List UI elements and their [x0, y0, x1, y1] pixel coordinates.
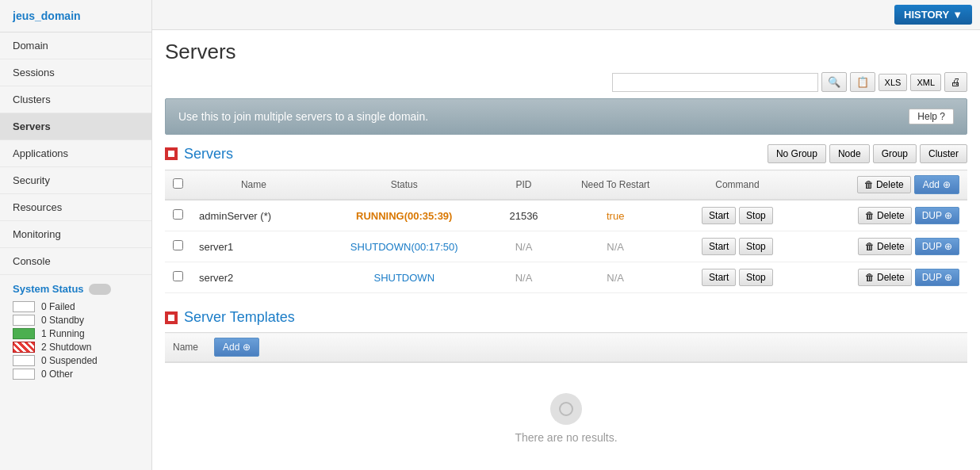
sidebar-item-security[interactable]: Security [0, 167, 151, 194]
history-button[interactable]: HISTORY ▼ [894, 5, 972, 25]
dup-icon-2: ⊕ [944, 272, 952, 283]
sidebar-item-resources[interactable]: Resources [0, 194, 151, 221]
table-row: adminServer (*) RUNNING(00:35:39) 21536 … [165, 200, 967, 231]
status-row-suspended: 0 Suspended [13, 355, 139, 366]
template-col-name: Name [165, 333, 206, 363]
stop-button-0[interactable]: Stop [739, 207, 773, 224]
server-status-0: RUNNING(00:35:39) [316, 200, 492, 231]
add-template-button[interactable]: Add ⊕ [214, 338, 259, 357]
dup-button-2[interactable]: DUP ⊕ [915, 269, 959, 286]
running-indicator [13, 328, 35, 339]
dup-button-1[interactable]: DUP ⊕ [915, 238, 959, 255]
start-button-2[interactable]: Start [702, 269, 736, 286]
status-row-running: 1 Running [13, 328, 139, 339]
dup-icon-1: ⊕ [944, 241, 952, 252]
sidebar-item-applications[interactable]: Applications [0, 140, 151, 167]
app-title[interactable]: jeus_domain [0, 0, 151, 32]
status-row-failed: 0 Failed [13, 301, 139, 312]
delete-icon-2: 🗑 [865, 272, 875, 283]
status-row-other: 0 Other [13, 369, 139, 380]
export-excel-button[interactable]: XLS [879, 74, 908, 91]
group-buttons: No Group Node Group Cluster [768, 144, 967, 163]
cluster-button[interactable]: Cluster [920, 144, 967, 163]
group-button[interactable]: Group [873, 144, 917, 163]
delete-icon-1: 🗑 [865, 241, 875, 252]
server-commands-2: Start Stop [676, 262, 799, 293]
col-need-restart: Need To Restart [555, 170, 676, 201]
no-results: There are no results. [173, 369, 959, 468]
server-name-1: server1 [191, 231, 316, 262]
toolbar: 🔍 📋 XLS XML 🖨 [165, 72, 967, 92]
col-pid: PID [492, 170, 556, 201]
system-status-toggle[interactable] [89, 284, 111, 295]
table-row: server2 SHUTDOWN N/A N/A Start Stop 🗑 De… [165, 262, 967, 293]
export-xml-button[interactable]: XML [910, 74, 941, 91]
table-row: server1 SHUTDOWN(00:17:50) N/A N/A Start… [165, 231, 967, 262]
start-button-0[interactable]: Start [702, 207, 736, 224]
status-row-standby: 0 Standby [13, 315, 139, 326]
dup-button-0[interactable]: DUP ⊕ [915, 207, 959, 224]
server-commands-0: Start Stop [676, 200, 799, 231]
templates-section-title: Server Templates [184, 309, 295, 326]
delete-button-2[interactable]: 🗑 Delete [858, 269, 912, 286]
svg-point-0 [560, 403, 572, 415]
col-status: Status [316, 170, 492, 201]
info-banner-text: Use this to join multiple servers to a s… [178, 110, 428, 123]
stop-button-1[interactable]: Stop [739, 238, 773, 255]
no-group-button[interactable]: No Group [768, 144, 826, 163]
search-input[interactable] [612, 73, 818, 92]
add-icon: ⊕ [943, 179, 951, 190]
server-name-0: adminServer (*) [191, 200, 316, 231]
page-title: Servers [165, 40, 967, 64]
col-name: Name [191, 170, 316, 201]
suspended-indicator [13, 355, 35, 366]
copy-button[interactable]: 📋 [850, 72, 875, 92]
other-indicator [13, 369, 35, 380]
other-label: 0 Other [41, 369, 73, 380]
print-button[interactable]: 🖨 [944, 72, 967, 92]
failed-indicator [13, 301, 35, 312]
row-checkbox-0[interactable] [173, 209, 183, 220]
select-all-checkbox[interactable] [173, 178, 183, 189]
help-button[interactable]: Help ? [909, 109, 954, 124]
server-status-2: SHUTDOWN [316, 262, 492, 293]
start-button-1[interactable]: Start [702, 238, 736, 255]
standby-indicator [13, 315, 35, 326]
stop-button-2[interactable]: Stop [739, 269, 773, 286]
template-add-icon: ⊕ [243, 342, 251, 353]
add-server-button[interactable]: Add ⊕ [914, 175, 959, 194]
delete-all-button[interactable]: 🗑 Delete [857, 176, 911, 193]
status-row-shutdown: 2 Shutdown [13, 342, 139, 353]
search-button[interactable]: 🔍 [821, 72, 847, 92]
row-checkbox-2[interactable] [173, 271, 183, 281]
row-checkbox-1[interactable] [173, 240, 183, 250]
sidebar-item-sessions[interactable]: Sessions [0, 59, 151, 86]
server-name-2: server2 [191, 262, 316, 293]
dup-icon-0: ⊕ [944, 210, 952, 221]
sidebar-item-servers[interactable]: Servers [0, 113, 151, 140]
node-button[interactable]: Node [829, 144, 870, 163]
top-bar: HISTORY ▼ [152, 0, 980, 30]
templates-section-header: Server Templates [165, 309, 967, 326]
servers-section-icon [165, 147, 178, 160]
delete-button-1[interactable]: 🗑 Delete [858, 238, 912, 255]
delete-button-0[interactable]: 🗑 Delete [858, 207, 912, 224]
server-restart-0: true [555, 200, 676, 231]
server-pid-0: 21536 [492, 200, 556, 231]
chevron-down-icon: ▼ [952, 9, 963, 21]
servers-table: Name Status PID Need To Restart Command … [165, 170, 967, 293]
sidebar-item-console[interactable]: Console [0, 248, 151, 275]
sidebar-item-clusters[interactable]: Clusters [0, 86, 151, 113]
templates-section-icon [165, 311, 178, 324]
sidebar-item-domain[interactable]: Domain [0, 32, 151, 59]
servers-section-title: Servers [184, 146, 233, 162]
templates-table: Name Add ⊕ [165, 332, 967, 470]
no-results-icon [550, 393, 582, 425]
standby-label: 0 Standby [41, 315, 84, 326]
col-command: Command [676, 170, 799, 201]
server-restart-2: N/A [555, 262, 676, 293]
sidebar-item-monitoring[interactable]: Monitoring [0, 221, 151, 248]
servers-section-header: Servers No Group Node Group Cluster [165, 144, 967, 163]
delete-icon: 🗑 [864, 179, 874, 190]
failed-label: 0 Failed [41, 301, 75, 312]
